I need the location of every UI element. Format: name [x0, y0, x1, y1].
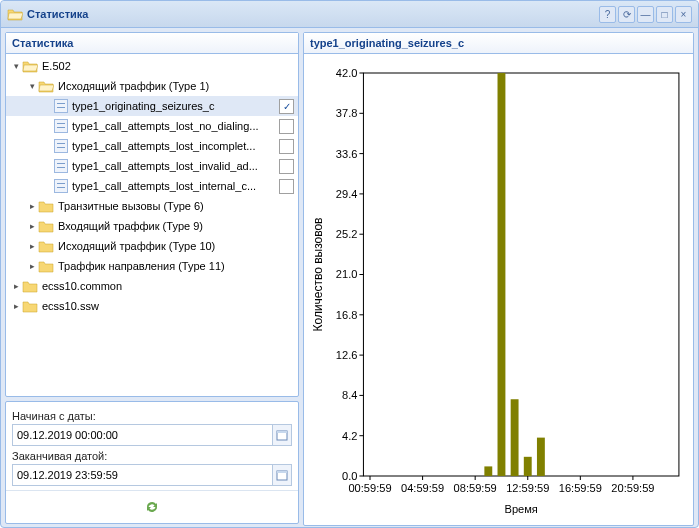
titlebar: Статистика ? ⟳ — □ × [1, 1, 698, 28]
chart-title: type1_originating_seizures_c [304, 33, 693, 54]
document-icon [54, 99, 68, 113]
tree-node-label: Исходящий траффик (Type 1) [58, 80, 294, 92]
tree-leaf[interactable]: type1_call_attempts_lost_incomplet... [6, 136, 298, 156]
tree-folder[interactable]: ▸Входящий траффик (Type 9) [6, 216, 298, 236]
svg-text:37.8: 37.8 [336, 107, 358, 119]
document-icon [54, 179, 68, 193]
svg-text:04:59:59: 04:59:59 [401, 482, 444, 494]
calendar-icon[interactable] [273, 424, 292, 446]
refresh-icon[interactable] [142, 497, 162, 517]
bar [511, 399, 519, 476]
folder-icon [22, 279, 38, 293]
maximize-button[interactable]: □ [656, 6, 673, 23]
svg-text:21.0: 21.0 [336, 269, 358, 281]
svg-text:8.4: 8.4 [342, 389, 357, 401]
expand-arrow-icon[interactable]: ▸ [10, 301, 22, 311]
checkbox[interactable] [279, 159, 294, 174]
tree-node-label: type1_call_attempts_lost_incomplet... [72, 140, 275, 152]
tree-node-label: Исходящий траффик (Type 10) [58, 240, 294, 252]
checkbox[interactable] [279, 139, 294, 154]
expand-arrow-icon[interactable]: ▸ [26, 221, 38, 231]
folder-icon [7, 6, 23, 22]
svg-text:12.6: 12.6 [336, 349, 358, 361]
svg-text:0.0: 0.0 [342, 470, 357, 482]
tree-folder[interactable]: ▸Исходящий траффик (Type 10) [6, 236, 298, 256]
document-icon [54, 139, 68, 153]
chart: 0.04.28.412.616.821.025.229.433.637.842.… [308, 63, 689, 521]
checkbox[interactable] [279, 179, 294, 194]
tree-node-label: Транзитные вызовы (Type 6) [58, 200, 294, 212]
bar [537, 438, 545, 476]
refresh-button[interactable]: ⟳ [618, 6, 635, 23]
folder-open-icon [38, 79, 54, 93]
tree-node-label: Траффик направления (Type 11) [58, 260, 294, 272]
svg-text:Время: Время [505, 503, 538, 515]
svg-text:16.8: 16.8 [336, 309, 358, 321]
tree-panel-header: Статистика [6, 33, 298, 54]
from-date-input[interactable] [12, 424, 273, 446]
tree-folder[interactable]: ▸Траффик направления (Type 11) [6, 256, 298, 276]
tree-folder[interactable]: ▸ecss10.ssw [6, 296, 298, 316]
tree-node-label: E.502 [42, 60, 294, 72]
tree-leaf[interactable]: type1_call_attempts_lost_invalid_ad... [6, 156, 298, 176]
svg-text:25.2: 25.2 [336, 228, 358, 240]
expand-arrow-icon[interactable]: ▾ [26, 81, 38, 91]
svg-text:00:59:59: 00:59:59 [348, 482, 391, 494]
expand-arrow-icon[interactable]: ▸ [26, 261, 38, 271]
svg-rect-3 [277, 471, 287, 473]
window-tools: ? ⟳ — □ × [599, 6, 692, 23]
folder-icon [38, 219, 54, 233]
bar [524, 457, 532, 476]
folder-icon [38, 239, 54, 253]
tree-folder[interactable]: ▸ecss10.common [6, 276, 298, 296]
svg-text:Количество вызовов: Количество вызовов [311, 218, 325, 332]
checkbox[interactable]: ✓ [279, 99, 294, 114]
document-icon [54, 119, 68, 133]
help-button[interactable]: ? [599, 6, 616, 23]
tree-leaf[interactable]: type1_call_attempts_lost_no_dialing... [6, 116, 298, 136]
from-date-label: Начиная с даты: [12, 410, 292, 422]
tree-node-label: ecss10.ssw [42, 300, 294, 312]
folder-icon [38, 199, 54, 213]
expand-arrow-icon[interactable]: ▸ [10, 281, 22, 291]
tree-node-label: ecss10.common [42, 280, 294, 292]
tree-folder[interactable]: ▸Транзитные вызовы (Type 6) [6, 196, 298, 216]
close-button[interactable]: × [675, 6, 692, 23]
folder-open-icon [22, 59, 38, 73]
to-date-label: Заканчивая датой: [12, 450, 292, 462]
tree-node-label: Входящий траффик (Type 9) [58, 220, 294, 232]
to-date-input[interactable] [12, 464, 273, 486]
window-title: Статистика [27, 8, 599, 20]
svg-text:20:59:59: 20:59:59 [611, 482, 654, 494]
checkbox[interactable] [279, 119, 294, 134]
tree-node-label: type1_originating_seizures_c [72, 100, 275, 112]
folder-icon [22, 299, 38, 313]
tree-node-label: type1_call_attempts_lost_no_dialing... [72, 120, 275, 132]
tree-panel-title: Статистика [12, 37, 74, 49]
tree-leaf[interactable]: type1_call_attempts_lost_internal_c... [6, 176, 298, 196]
svg-text:42.0: 42.0 [336, 67, 358, 79]
tree: ▾E.502▾Исходящий траффик (Type 1)type1_o… [6, 54, 298, 396]
bar [498, 73, 506, 476]
svg-text:4.2: 4.2 [342, 430, 357, 442]
document-icon [54, 159, 68, 173]
bar [484, 466, 492, 476]
expand-arrow-icon[interactable]: ▸ [26, 241, 38, 251]
svg-rect-1 [277, 431, 287, 433]
tree-folder[interactable]: ▾E.502 [6, 56, 298, 76]
svg-text:33.6: 33.6 [336, 148, 358, 160]
window: Статистика ? ⟳ — □ × Статистика ▾E.502▾И… [0, 0, 699, 528]
svg-text:16:59:59: 16:59:59 [559, 482, 602, 494]
expand-arrow-icon[interactable]: ▸ [26, 201, 38, 211]
tree-folder[interactable]: ▾Исходящий траффик (Type 1) [6, 76, 298, 96]
minimize-button[interactable]: — [637, 6, 654, 23]
expand-arrow-icon[interactable]: ▾ [10, 61, 22, 71]
svg-text:29.4: 29.4 [336, 188, 358, 200]
tree-node-label: type1_call_attempts_lost_internal_c... [72, 180, 275, 192]
svg-text:08:59:59: 08:59:59 [454, 482, 497, 494]
svg-rect-4 [363, 73, 678, 476]
calendar-icon[interactable] [273, 464, 292, 486]
tree-leaf[interactable]: type1_originating_seizures_c✓ [6, 96, 298, 116]
folder-icon [38, 259, 54, 273]
svg-text:12:59:59: 12:59:59 [506, 482, 549, 494]
